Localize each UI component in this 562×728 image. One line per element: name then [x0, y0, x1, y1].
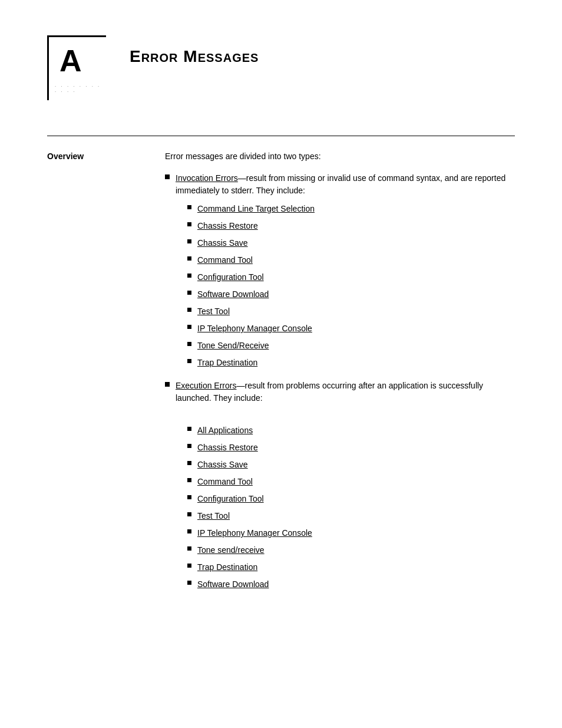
inv-link-9[interactable]: Tone Send/Receive	[197, 340, 269, 352]
invocation-sub-list: Command Line Target Selection Chassis Re…	[187, 203, 515, 369]
chapter-title-text: Error Messages	[130, 47, 259, 65]
inv-item-10: Trap Destination	[187, 357, 515, 369]
inv-link-8[interactable]: IP Telephony Manager Console	[197, 322, 312, 335]
exec-item-9: Trap Destination	[187, 561, 515, 574]
error-types-list: Invocation Errors—result from missing or…	[165, 172, 515, 595]
execution-errors-link[interactable]: Execution Errors	[176, 381, 236, 390]
inv-bullet-1	[187, 205, 191, 209]
exec-bullet-8	[187, 546, 191, 551]
inv-bullet-3	[187, 239, 191, 243]
section-divider	[47, 136, 515, 136]
exec-link-4[interactable]: Command Tool	[197, 476, 253, 488]
exec-item-2: Chassis Restore	[187, 442, 515, 454]
invocation-errors-item: Invocation Errors—result from missing or…	[165, 172, 515, 374]
exec-bullet-9	[187, 564, 191, 568]
inv-bullet-5	[187, 274, 191, 278]
overview-intro: Error messages are divided into two type…	[165, 150, 515, 163]
execution-sub-list-container: All Applications Chassis Restore Chassis…	[187, 410, 515, 591]
chapter-marker: A · · · · · · · · · · · ·	[47, 35, 106, 100]
invocation-errors-content: Invocation Errors—result from missing or…	[176, 172, 515, 374]
chapter-header: A · · · · · · · · · · · · Error Messages	[47, 35, 515, 100]
inv-item-1: Command Line Target Selection	[187, 203, 515, 215]
execution-errors-text: Execution Errors—result from problems oc…	[176, 381, 483, 403]
content-row: Overview Error messages are divided into…	[47, 150, 515, 601]
inv-item-8: IP Telephony Manager Console	[187, 322, 515, 335]
exec-link-3[interactable]: Chassis Save	[197, 459, 248, 471]
inv-item-7: Test Tool	[187, 305, 515, 318]
inv-item-5: Configuration Tool	[187, 271, 515, 284]
exec-link-1[interactable]: All Applications	[197, 424, 253, 437]
inv-link-5[interactable]: Configuration Tool	[197, 271, 264, 284]
chapter-dots: · · · · · · · · · · · ·	[55, 84, 106, 94]
inv-bullet-7	[187, 308, 191, 312]
chapter-title: Error Messages	[130, 35, 259, 66]
exec-link-10[interactable]: Software Download	[197, 578, 269, 591]
exec-link-8[interactable]: Tone send/receive	[197, 544, 265, 556]
inv-link-4[interactable]: Command Tool	[197, 254, 253, 266]
exec-item-10: Software Download	[187, 578, 515, 591]
inv-bullet-4	[187, 256, 191, 261]
exec-bullet-1	[187, 427, 191, 431]
exec-link-5[interactable]: Configuration Tool	[197, 493, 264, 505]
exec-bullet-6	[187, 512, 191, 516]
inv-item-9: Tone Send/Receive	[187, 340, 515, 352]
exec-bullet-7	[187, 529, 191, 533]
exec-item-3: Chassis Save	[187, 459, 515, 471]
inv-link-6[interactable]: Software Download	[197, 288, 269, 301]
inv-bullet-6	[187, 291, 191, 295]
exec-item-1: All Applications	[187, 424, 515, 437]
inv-link-2[interactable]: Chassis Restore	[197, 220, 258, 232]
inv-bullet-9	[187, 342, 191, 346]
exec-link-7[interactable]: IP Telephony Manager Console	[197, 527, 312, 539]
execution-errors-content: Execution Errors—result from problems oc…	[176, 380, 515, 595]
overview-label: Overview	[47, 150, 165, 601]
exec-item-4: Command Tool	[187, 476, 515, 488]
inv-bullet-10	[187, 359, 191, 363]
exec-link-9[interactable]: Trap Destination	[197, 561, 257, 574]
inv-item-2: Chassis Restore	[187, 220, 515, 232]
main-content: Error messages are divided into two type…	[165, 150, 515, 601]
inv-link-3[interactable]: Chassis Save	[197, 237, 248, 249]
inv-link-7[interactable]: Test Tool	[197, 305, 230, 318]
inv-link-10[interactable]: Trap Destination	[197, 357, 257, 369]
invocation-sub-list-container: Command Line Target Selection Chassis Re…	[187, 203, 515, 369]
execution-errors-item: Execution Errors—result from problems oc…	[165, 380, 515, 595]
exec-bullet-3	[187, 461, 191, 465]
page: A · · · · · · · · · · · · Error Messages…	[0, 0, 562, 648]
exec-item-8: Tone send/receive	[187, 544, 515, 556]
exec-link-2[interactable]: Chassis Restore	[197, 442, 258, 454]
execution-sub-list: All Applications Chassis Restore Chassis…	[187, 424, 515, 591]
inv-bullet-8	[187, 325, 191, 329]
inv-link-1[interactable]: Command Line Target Selection	[197, 203, 315, 215]
exec-bullet-2	[187, 444, 191, 448]
inv-bullet-2	[187, 222, 191, 226]
chapter-letter: A	[59, 43, 82, 78]
inv-item-4: Command Tool	[187, 254, 515, 266]
bullet-square-2	[165, 382, 170, 387]
exec-bullet-4	[187, 478, 191, 482]
inv-item-6: Software Download	[187, 288, 515, 301]
exec-bullet-10	[187, 581, 191, 585]
exec-item-5: Configuration Tool	[187, 493, 515, 505]
exec-link-6[interactable]: Test Tool	[197, 510, 230, 522]
invocation-errors-link[interactable]: Invocation Errors	[176, 173, 238, 183]
exec-item-6: Test Tool	[187, 510, 515, 522]
invocation-errors-text: Invocation Errors—result from missing or…	[176, 173, 505, 195]
bullet-square-1	[165, 174, 170, 179]
inv-item-3: Chassis Save	[187, 237, 515, 249]
exec-bullet-5	[187, 495, 191, 499]
exec-item-7: IP Telephony Manager Console	[187, 527, 515, 539]
